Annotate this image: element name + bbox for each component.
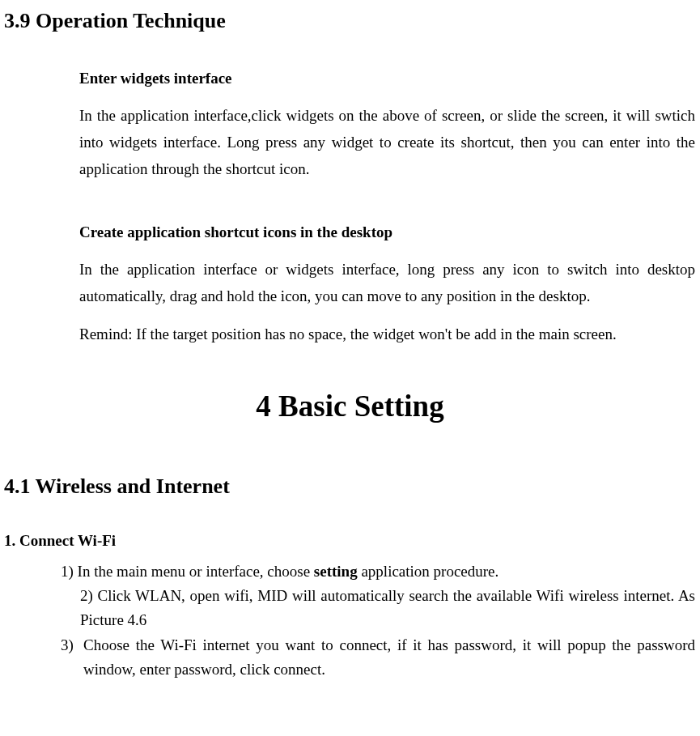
connect-wifi-heading: 1. Connect Wi-Fi	[4, 530, 700, 553]
subheading-create-shortcut: Create application shortcut icons in the…	[79, 221, 700, 245]
list-item-1-bold: setting	[314, 563, 358, 580]
chapter-4-heading: 4 Basic Setting	[0, 384, 700, 429]
list-item-1: 1) In the main menu or interface, choose…	[61, 559, 700, 584]
list-item-3-text: Choose the Wi-Fi internet you want to co…	[83, 633, 695, 683]
section-heading-41: 4.1 Wireless and Internet	[4, 470, 700, 502]
paragraph-create-shortcut-body1: In the application interface or widgets …	[79, 256, 695, 310]
paragraph-create-shortcut-body2: Remind: If the target position has no sp…	[79, 321, 695, 347]
list-item-1-prefix: 1) In the main menu or interface, choose	[61, 563, 314, 580]
list-item-1-suffix: application procedure.	[358, 563, 499, 580]
list-item-3: 3) Choose the Wi-Fi internet you want to…	[61, 633, 695, 683]
section-heading-39: 3.9 Operation Technique	[4, 5, 700, 36]
list-item-3-number: 3)	[61, 633, 83, 683]
subheading-enter-widgets: Enter widgets interface	[79, 67, 700, 91]
list-item-2: 2) Click WLAN, open wifi, MID will autom…	[80, 584, 695, 633]
paragraph-enter-widgets-body: In the application interface,click widge…	[79, 102, 695, 183]
